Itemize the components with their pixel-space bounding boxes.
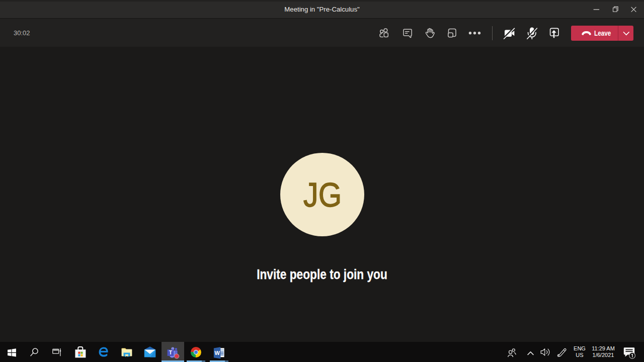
svg-text:W: W — [214, 350, 220, 356]
svg-text:T: T — [169, 349, 173, 355]
